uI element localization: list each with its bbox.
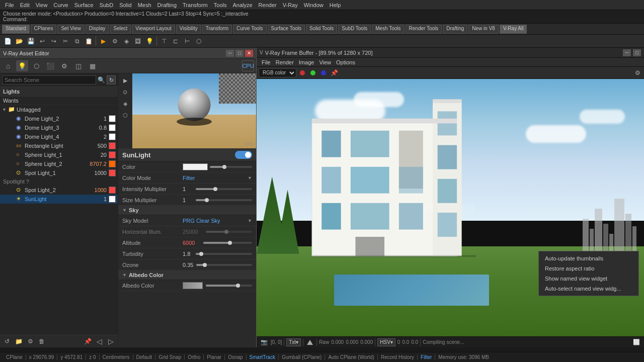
refresh-icon[interactable]: ↻ (107, 75, 116, 84)
txt-btn[interactable]: Txt▾ (286, 338, 301, 346)
preview-icon-4[interactable]: ⬡ (120, 110, 130, 120)
save-icon[interactable]: 💾 (25, 36, 36, 47)
materials-icon[interactable]: ⬡ (30, 60, 42, 71)
close-button[interactable]: ✕ (245, 50, 253, 57)
tab-standard[interactable]: Standard (2, 25, 30, 34)
vfb-menu-options[interactable]: Options (334, 59, 357, 65)
menu-solid[interactable]: Solid (116, 2, 134, 8)
color-mode-dropdown[interactable]: Filter ▼ (183, 175, 252, 181)
add-light-icon[interactable]: ↺ (2, 337, 12, 346)
context-item-1[interactable]: Auto-update thumbnails (539, 253, 638, 263)
render-icon[interactable]: ▶ (98, 36, 109, 47)
tab-new-v8[interactable]: New in V8 (468, 25, 499, 34)
vfb-btn-go[interactable] (308, 68, 317, 77)
vfb-menu-view[interactable]: View (317, 59, 333, 65)
vfb-menu-file[interactable]: File (260, 59, 273, 65)
color-slider[interactable] (210, 166, 252, 168)
settings-icon[interactable]: ⚙ (58, 60, 70, 71)
preview-icon-1[interactable]: ▶ (120, 75, 130, 85)
delete-icon[interactable]: 🗑 (37, 337, 47, 346)
dome-light-2[interactable]: ◉ Dome Light_2 1 (0, 114, 118, 123)
redo-icon[interactable]: ↪ (48, 36, 59, 47)
rectangle-light[interactable]: ▭ Rectangle Light 500 (0, 141, 118, 150)
dome-light-3[interactable]: ◉ Dome Light_3 0.8 (0, 123, 118, 132)
menu-subd[interactable]: SubD (97, 2, 117, 8)
hsv-btn[interactable]: HSV▾ (377, 338, 395, 346)
context-item-3[interactable]: Show named view widget (539, 274, 638, 284)
context-item-2[interactable]: Restore aspect ratio (539, 263, 638, 274)
home-icon[interactable]: ⌂ (2, 60, 14, 71)
copy-icon[interactable]: ⧉ (71, 36, 83, 47)
tab-vray-all[interactable]: V-Ray All (500, 25, 527, 34)
menu-mesh[interactable]: Mesh (135, 2, 154, 8)
menu-file[interactable]: File (2, 2, 17, 8)
preview-icon-2[interactable]: ⊙ (120, 87, 130, 97)
vfb-expand-btn[interactable]: ⬜ (632, 338, 641, 347)
cursor-icon[interactable] (305, 338, 314, 347)
status-planar[interactable]: Planar (204, 354, 225, 360)
status-smarttrack[interactable]: SmartTrack (247, 354, 279, 360)
altitude-slider[interactable] (203, 242, 252, 244)
lights-icon[interactable]: 💡 (16, 60, 28, 71)
search-input[interactable] (2, 75, 96, 84)
maximize-button[interactable]: □ (235, 50, 244, 57)
folder-icon[interactable]: 📁 (14, 337, 24, 346)
color-mode-select[interactable]: RGB color (259, 68, 296, 77)
tab-display[interactable]: Display (86, 25, 109, 34)
tab-cplanes[interactable]: CPlanes (31, 25, 57, 34)
preview-icon-3[interactable]: ◈ (120, 99, 130, 109)
undo-icon[interactable]: ↩ (37, 36, 48, 47)
tab-surface-tools[interactable]: Surface Tools (268, 25, 305, 34)
tab-setview[interactable]: Set View (57, 25, 84, 34)
vfb-maximize[interactable]: □ (633, 49, 641, 56)
intensity-slider[interactable] (196, 188, 252, 190)
vfb-btn-blue[interactable] (319, 68, 328, 77)
cpu-label[interactable]: CPU (242, 60, 254, 71)
vfb-minimize[interactable]: ─ (623, 49, 631, 56)
untagged-group[interactable]: ▼ 📁 Untagged (0, 105, 118, 114)
menu-render[interactable]: Render (256, 2, 280, 8)
vfb-settings-btn[interactable]: ⚙ (633, 68, 642, 77)
ozone-slider[interactable] (196, 264, 252, 266)
sunlight-toggle[interactable] (235, 151, 252, 159)
light-lister-icon[interactable]: 💡 (144, 36, 155, 47)
turbidity-slider[interactable] (196, 253, 252, 255)
albedo-color-swatch[interactable] (183, 282, 203, 289)
status-osnap[interactable]: Osnap (225, 354, 246, 360)
status-grid-snap[interactable]: Grid Snap (155, 354, 185, 360)
vfb-camera-icon[interactable]: 📷 (260, 338, 269, 347)
tab-subd-tools[interactable]: SubD Tools (338, 25, 371, 34)
menu-surface[interactable]: Surface (71, 2, 97, 8)
tab-mesh-tools[interactable]: Mesh Tools (372, 25, 404, 34)
tab-render-tools[interactable]: Render Tools (406, 25, 442, 34)
tab-solid-tools[interactable]: Solid Tools (306, 25, 337, 34)
minimize-button[interactable]: ─ (226, 50, 234, 57)
vfb-btn-stop[interactable] (298, 68, 307, 77)
sunlight-item[interactable]: ☀ SunLight 1 (0, 195, 118, 204)
menu-transform[interactable]: Transform (180, 2, 211, 8)
status-filter[interactable]: Filter (418, 354, 435, 360)
open-icon[interactable]: 📂 (14, 36, 25, 47)
settings2-icon[interactable]: ⚙ (25, 337, 35, 346)
status-ortho[interactable]: Ortho (185, 354, 204, 360)
sky-model-dropdown[interactable]: PRG Clear Sky ▼ (183, 218, 252, 224)
status-record[interactable]: Record History (378, 354, 418, 360)
arrow-left-icon[interactable]: ◁ (94, 337, 104, 346)
view-top-icon[interactable]: ⊤ (158, 36, 170, 47)
vfb-menu-render[interactable]: Render (274, 59, 296, 65)
context-item-4[interactable]: Auto-select named view widg... (539, 284, 638, 294)
pin-icon[interactable]: 📌 (83, 337, 93, 346)
new-file-icon[interactable]: 📄 (2, 36, 13, 47)
menu-edit[interactable]: Edit (17, 2, 33, 8)
menu-vray[interactable]: V-Ray (280, 2, 301, 8)
spot-light-1[interactable]: ⊙ Spot Light_1 1000 (0, 168, 118, 177)
menu-drafting[interactable]: Drafting (154, 2, 180, 8)
view-right-icon[interactable]: ⊢ (182, 36, 193, 47)
size-slider[interactable] (196, 199, 252, 201)
color-swatch[interactable] (183, 163, 208, 170)
menu-analyze[interactable]: Analyze (229, 2, 255, 8)
render-elements-icon[interactable]: ◫ (72, 60, 85, 71)
arrow-right-icon[interactable]: ▷ (106, 337, 116, 346)
tab-visibility[interactable]: Visibility (176, 25, 201, 34)
tab-drafting[interactable]: Drafting (443, 25, 467, 34)
